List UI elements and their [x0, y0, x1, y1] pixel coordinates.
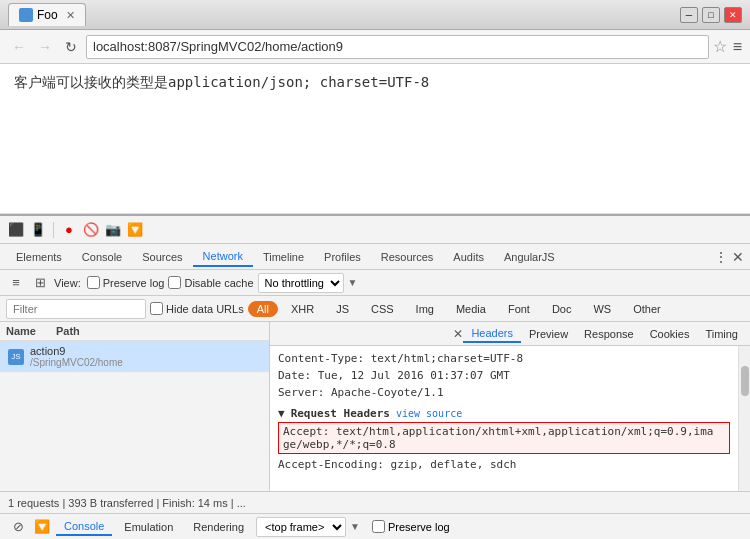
bottom-tab-console[interactable]: Console — [56, 518, 112, 536]
browser-content: 客户端可以接收的类型是application/json; charset=UTF… — [0, 64, 750, 214]
filter-img-btn[interactable]: Img — [407, 301, 443, 317]
hide-data-urls-checkbox[interactable]: Hide data URLs — [150, 302, 244, 315]
bookmark-icon[interactable]: ☆ — [713, 37, 727, 56]
date-val: Tue, 12 Jul 2016 01:37:07 GMT — [318, 369, 510, 382]
devtools-nav-tabs: Elements Console Sources Network Timelin… — [0, 244, 750, 270]
devtools-dock-btn[interactable]: ⬛ — [6, 220, 26, 240]
filter-font-btn[interactable]: Font — [499, 301, 539, 317]
detail-scrollbar[interactable] — [738, 346, 750, 491]
tab-timing[interactable]: Timing — [697, 326, 746, 342]
filter-css-btn[interactable]: CSS — [362, 301, 403, 317]
detail-panel: ✕ Headers Preview Response Cookies Timin… — [270, 322, 750, 491]
list-view-btn[interactable]: ≡ — [6, 273, 26, 293]
address-bar: ← → ↻ ☆ ≡ — [0, 30, 750, 64]
tab-close-btn[interactable]: ✕ — [66, 9, 75, 22]
devtools-close-btn[interactable]: ✕ — [732, 249, 744, 265]
tab-network[interactable]: Network — [193, 247, 253, 267]
disable-cache-checkbox[interactable]: Disable cache — [168, 276, 253, 289]
throttling-select[interactable]: No throttling — [258, 273, 344, 293]
detail-close-btn[interactable]: ✕ — [453, 327, 463, 341]
page-content: 客户端可以接收的类型是application/json; charset=UTF… — [14, 74, 429, 90]
devtools-toolbar: ⬛ 📱 ● 🚫 📷 🔽 — [0, 216, 750, 244]
hide-data-urls-input[interactable] — [150, 302, 163, 315]
frame-select[interactable]: <top frame> — [256, 517, 346, 537]
tab-angularjs[interactable]: AngularJS — [494, 248, 565, 266]
content-type-key: Content-Type: — [278, 352, 371, 365]
title-bar: Foo ✕ ─ □ ✕ — [0, 0, 750, 30]
hide-data-urls-label: Hide data URLs — [166, 303, 244, 315]
reload-btn[interactable]: ↻ — [60, 36, 82, 58]
filter-doc-btn[interactable]: Doc — [543, 301, 581, 317]
view-source-btn[interactable]: view source — [396, 408, 462, 419]
preserve-log-input[interactable] — [87, 276, 100, 289]
file-list-panel: Name Path JS action9 /SpringMVC02/home — [0, 322, 270, 491]
filter-input[interactable] — [6, 299, 146, 319]
filter-other-btn[interactable]: Other — [624, 301, 670, 317]
filter-media-btn[interactable]: Media — [447, 301, 495, 317]
tab-console[interactable]: Console — [72, 248, 132, 266]
bottom-preserve-log-label: Preserve log — [388, 521, 450, 533]
bottom-preserve-log-input[interactable] — [372, 520, 385, 533]
tab-headers[interactable]: Headers — [463, 325, 521, 343]
more-tabs-btn[interactable]: ⋮ — [714, 249, 728, 265]
disable-cache-input[interactable] — [168, 276, 181, 289]
bottom-tab-rendering[interactable]: Rendering — [185, 519, 252, 535]
filter-icon[interactable]: 🔽 — [125, 220, 145, 240]
throttling-arrow: ▼ — [348, 277, 358, 288]
bottom-bar: ⊘ 🔽 Console Emulation Rendering <top fra… — [0, 513, 750, 539]
content-type-row: Content-Type: text/html;charset=UTF-8 — [278, 350, 730, 367]
tab-cookies[interactable]: Cookies — [642, 326, 698, 342]
frame-select-arrow: ▼ — [350, 521, 360, 532]
status-text: 1 requests | 393 B transferred | Finish:… — [8, 497, 246, 509]
request-headers-section: ▼ Request Headers view source — [278, 407, 730, 420]
maximize-btn[interactable]: □ — [702, 7, 720, 23]
title-bar-left: Foo ✕ — [8, 3, 86, 26]
menu-icon[interactable]: ≡ — [733, 38, 742, 56]
file-path: /SpringMVC02/home — [30, 357, 123, 368]
grid-view-btn[interactable]: ⊞ — [30, 273, 50, 293]
tab-title: Foo — [37, 8, 58, 22]
filter-bar: Hide data URLs All XHR JS CSS Img Media … — [0, 296, 750, 322]
address-input[interactable] — [86, 35, 709, 59]
file-list-header: Name Path — [0, 322, 269, 341]
console-error-btn[interactable]: ⊘ — [8, 517, 28, 537]
back-btn[interactable]: ← — [8, 36, 30, 58]
tab-resources[interactable]: Resources — [371, 248, 444, 266]
browser-tab[interactable]: Foo ✕ — [8, 3, 86, 26]
accept-encoding-row: Accept-Encoding: gzip, deflate, sdch — [278, 456, 730, 473]
minimize-btn[interactable]: ─ — [680, 7, 698, 23]
filter-all-btn[interactable]: All — [248, 301, 278, 317]
server-row: Server: Apache-Coyote/1.1 — [278, 384, 730, 401]
preserve-log-checkbox[interactable]: Preserve log — [87, 276, 165, 289]
file-item-action9[interactable]: JS action9 /SpringMVC02/home — [0, 341, 269, 373]
bottom-preserve-log[interactable]: Preserve log — [372, 520, 450, 533]
filter-js-btn[interactable]: JS — [327, 301, 358, 317]
devtools-mobile-btn[interactable]: 📱 — [28, 220, 48, 240]
tab-audits[interactable]: Audits — [443, 248, 494, 266]
toolbar-separator — [53, 222, 54, 238]
tab-preview[interactable]: Preview — [521, 326, 576, 342]
path-column-header: Path — [56, 325, 80, 337]
status-bar: 1 requests | 393 B transferred | Finish:… — [0, 491, 750, 513]
tab-timeline[interactable]: Timeline — [253, 248, 314, 266]
accept-encoding-key: Accept-Encoding: — [278, 458, 391, 471]
devtools-main: Name Path JS action9 /SpringMVC02/home ✕… — [0, 322, 750, 491]
console-filter-btn[interactable]: 🔽 — [32, 517, 52, 537]
close-btn[interactable]: ✕ — [724, 7, 742, 23]
filter-ws-btn[interactable]: WS — [584, 301, 620, 317]
tab-profiles[interactable]: Profiles — [314, 248, 371, 266]
tab-response[interactable]: Response — [576, 326, 642, 342]
record-btn[interactable]: ● — [59, 220, 79, 240]
tab-elements[interactable]: Elements — [6, 248, 72, 266]
forward-btn[interactable]: → — [34, 36, 56, 58]
filter-xhr-btn[interactable]: XHR — [282, 301, 323, 317]
file-item-info: action9 /SpringMVC02/home — [30, 345, 123, 368]
scrollbar-thumb — [741, 366, 749, 396]
clear-btn[interactable]: 🚫 — [81, 220, 101, 240]
camera-btn[interactable]: 📷 — [103, 220, 123, 240]
bottom-tab-emulation[interactable]: Emulation — [116, 519, 181, 535]
name-column-header: Name — [6, 325, 36, 337]
window-controls: ─ □ ✕ — [680, 7, 742, 23]
tab-sources[interactable]: Sources — [132, 248, 192, 266]
server-val: Apache-Coyote/1.1 — [331, 386, 444, 399]
